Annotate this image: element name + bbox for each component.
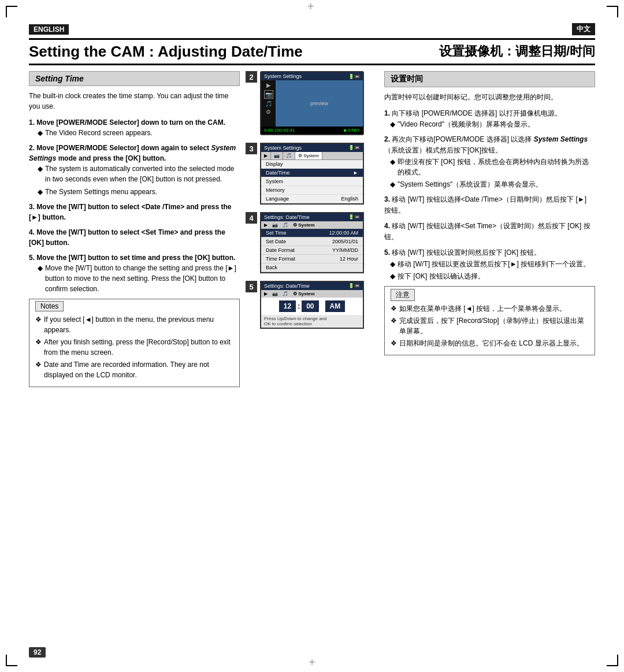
step-2-bullet-2: ◆ The System Settings menu appears. — [38, 187, 240, 197]
step-1-text: Move [POWER/MODE Selector] down to turn … — [36, 118, 225, 127]
step-1-number: 1. — [29, 118, 36, 127]
step-2-bullet-1: ◆ The system is automatically converted … — [38, 164, 240, 184]
time-block-hour: 12 — [279, 300, 296, 312]
cn-step-2-bullet-1: ◆ 即使没有按下 [OK] 按钮，系统也会在两秒钟内自动转换为所选的模式。 — [390, 157, 595, 177]
notes-box-cn: 注意 ❖ 如果您在菜单中选择 [◄] 按钮，上一个菜单将会显示。 ❖ 完成设置后… — [384, 286, 595, 355]
page-number: 92 — [29, 647, 46, 658]
menu-row-display: Display — [261, 160, 363, 169]
settings-screen-4: Settings: Date/Time 🔋📼 ▶ 📷 🎵 ⚙ System Se… — [260, 212, 364, 273]
cam-screen-2-title: System Settings — [264, 73, 302, 79]
settings-row-timeformat: Time Format12 Hour — [261, 255, 363, 263]
cam-screen-2-body: ▶ 📷 🎵 ⚙ preview — [261, 80, 363, 127]
cn-step-5-bullet-2: ◆ 按下 [OK] 按钮以确认选择。 — [390, 271, 595, 281]
step-2-text: Move [POWER/MODE Selector] down again to… — [29, 144, 236, 162]
note-2-en: ❖ After you finish setting, press the [R… — [35, 337, 233, 358]
time-block-min: 00 — [302, 300, 318, 312]
menu-tabs: ▶ 📷 🎵 ⚙ System — [261, 152, 363, 160]
cam-preview: preview — [276, 80, 363, 127]
page-container: ENGLISH 中文 Setting the CAM : Adjusting D… — [0, 0, 624, 672]
cam-side-icons: ▶ 📷 🎵 ⚙ — [261, 80, 276, 127]
settings-row-settime: Set Time12:00:00 AM — [261, 229, 363, 237]
left-column: Setting Time The built-in clock creates … — [29, 71, 240, 392]
screen-4-item: 4 Settings: Date/Time 🔋📼 ▶ 📷 🎵 ⚙ System — [246, 212, 378, 273]
notes-label: Notes — [35, 301, 64, 311]
step-4-en: 4. Move the [W/T] button to select <Set … — [29, 227, 240, 248]
cn-step-4: 4. 移动 [W/T] 按钮以选择<Set Time>（设置时间）然后按下 [O… — [384, 221, 595, 243]
section-heading-cn: 设置时间 — [384, 71, 595, 87]
cn-step-2: 2. 再次向下移动[POWER/MODE 选择器] 以选择 System Set… — [384, 134, 595, 189]
cam-screen-2-footer: 0:00:100:43:41 ■ STBY — [261, 127, 363, 134]
note-1-en: ❖ If you select [◄] button in the menu, … — [35, 314, 233, 335]
cn-step-3: 3. 移动 [W/T] 按钮以选择<Date /Time>（日期/时间）然后按下… — [384, 194, 595, 216]
screenshots-column: 2 System Settings 🔋📼 ▶ 📷 🎵 — [246, 71, 378, 392]
right-column: 设置时间 内置时钟可以创建时间标记。您可以调整您使用的时间。 1. 向下移动 [… — [384, 71, 595, 392]
cam-screen-2: System Settings 🔋📼 ▶ 📷 🎵 ⚙ — [260, 71, 364, 135]
screen-2-item: 2 System Settings 🔋📼 ▶ 📷 🎵 — [246, 71, 378, 135]
menu-tab-1: ▶ — [261, 152, 271, 159]
chinese-badge: 中文 — [572, 23, 595, 35]
main-title-row: Setting the CAM : Adjusting Date/Time 设置… — [29, 38, 595, 65]
main-title-cn: 设置摄像机：调整日期/时间 — [439, 43, 595, 60]
notes-box-en: Notes ❖ If you select [◄] button in the … — [29, 299, 240, 387]
menu-row-memory: Memory — [261, 186, 363, 195]
timeset-title: Settings: Date/Time — [264, 283, 310, 289]
menu-row-datetime: Date/Time► — [261, 169, 363, 177]
step-3-en: 3. Move the [W/T] button to select <Date… — [29, 202, 240, 222]
timeset-header: Settings: Date/Time 🔋📼 — [261, 282, 363, 290]
step-1-en: 1. Move [POWER/MODE Selector] down to tu… — [29, 117, 240, 138]
cam-screen-2-header: System Settings 🔋📼 — [261, 72, 363, 80]
time-block-ampm: AM — [325, 300, 346, 312]
step-2-number: 2. — [29, 144, 36, 152]
corner-tr — [607, 6, 618, 17]
screen-5-item: 5 Settings: Date/Time 🔋📼 ▶ 📷 🎵 ⚙ System — [246, 281, 378, 329]
cn-step-1-bullet: ◆ "Video Record"（视频录制）屏幕将会显示。 — [390, 119, 595, 129]
step-5-en: 5. Move the [W/T] button to set time and… — [29, 253, 240, 294]
timeset-icons-row: ▶ 📷 🎵 ⚙ System — [261, 290, 363, 298]
menu-title: System Settings — [264, 145, 302, 151]
settings-row-back: Back — [261, 263, 363, 272]
settings-row-dateformat: Date FormatYY/MM/DD — [261, 246, 363, 255]
timeset-instruction: Press Up/Down to change and OK to confir… — [261, 315, 363, 328]
notes-label-cn: 注意 — [391, 289, 415, 301]
intro-en: The built-in clock creates the time stam… — [29, 91, 240, 112]
screen-5-badge: 5 — [246, 281, 257, 292]
cn-step-1: 1. 向下移动 [POWER/MODE 选择器] 以打开摄像机电源。 ◆ "Vi… — [384, 108, 595, 129]
screen-3-item: 3 System Settings 🔋📼 ▶ 📷 🎵 ⚙ System — [246, 143, 378, 205]
step-5-bullet-1: ◆ Move the [W/T] button to change the se… — [38, 263, 240, 294]
menu-row-system: System — [261, 177, 363, 186]
note-1-cn: ❖ 如果您在菜单中选择 [◄] 按钮，上一个菜单将会显示。 — [391, 303, 589, 314]
english-badge: ENGLISH — [29, 24, 69, 35]
corner-br — [607, 655, 618, 666]
settings-row-setdate: Set Date2005/01/01 — [261, 237, 363, 246]
intro-cn: 内置时钟可以创建时间标记。您可以调整您使用的时间。 — [384, 92, 595, 102]
note-3-en: ❖ Date and Time are recorded information… — [35, 359, 233, 380]
menu-tab-4-active: ⚙ System — [295, 152, 322, 159]
menu-tab-3: 🎵 — [283, 152, 295, 159]
main-title-en: Setting the CAM : Adjusting Date/Time — [29, 43, 303, 61]
lang-header-row: ENGLISH 中文 — [29, 23, 595, 35]
main-content: Setting Time The built-in clock creates … — [29, 71, 595, 392]
time-display: 12 : 00 AM — [261, 298, 363, 315]
menu-screen-3: System Settings 🔋📼 ▶ 📷 🎵 ⚙ System Displa… — [260, 143, 364, 205]
menu-tab-2: 📷 — [271, 152, 283, 159]
step-2-en: 2. Move [POWER/MODE Selector] down again… — [29, 143, 240, 197]
screen-2-badge: 2 — [246, 71, 257, 83]
timeset-screen-5: Settings: Date/Time 🔋📼 ▶ 📷 🎵 ⚙ System 12… — [260, 281, 364, 329]
menu-row-language: LanguageEnglish — [261, 195, 363, 203]
corner-bl — [6, 655, 17, 666]
cn-step-2-bullet-2: ◆ "System Settings"（系统设置）菜单将会显示。 — [390, 179, 595, 190]
note-2-cn: ❖ 完成设置后，按下 [Record/Stop]（录制/停止）按钮以退出菜单屏幕… — [391, 315, 589, 336]
settings-icons-row: ▶ 📷 🎵 ⚙ System — [261, 221, 363, 229]
menu-screen-3-header: System Settings 🔋📼 — [261, 144, 363, 152]
step-1-bullet-1: ◆ The Video Record screen appears. — [38, 128, 240, 138]
section-heading-en: Setting Time — [29, 71, 240, 86]
settings-title: Settings: Date/Time — [264, 214, 310, 220]
corner-tl — [6, 6, 17, 17]
screen-3-badge: 3 — [246, 143, 257, 154]
top-cross — [306, 3, 318, 14]
screen-4-badge: 4 — [246, 212, 257, 224]
cn-step-5: 5. 移动 [W/T] 按钮以设置时间然后按下 [OK] 按钮。 ◆ 移动 [W… — [384, 247, 595, 281]
cn-step-5-bullet-1: ◆ 移动 [W/T] 按钮以更改设置然后按下[►] 按钮移到下一个设置。 — [390, 259, 595, 269]
bottom-cross — [309, 656, 315, 669]
note-3-cn: ❖ 日期和时间是录制的信息。它们不会在 LCD 显示器上显示。 — [391, 338, 589, 348]
